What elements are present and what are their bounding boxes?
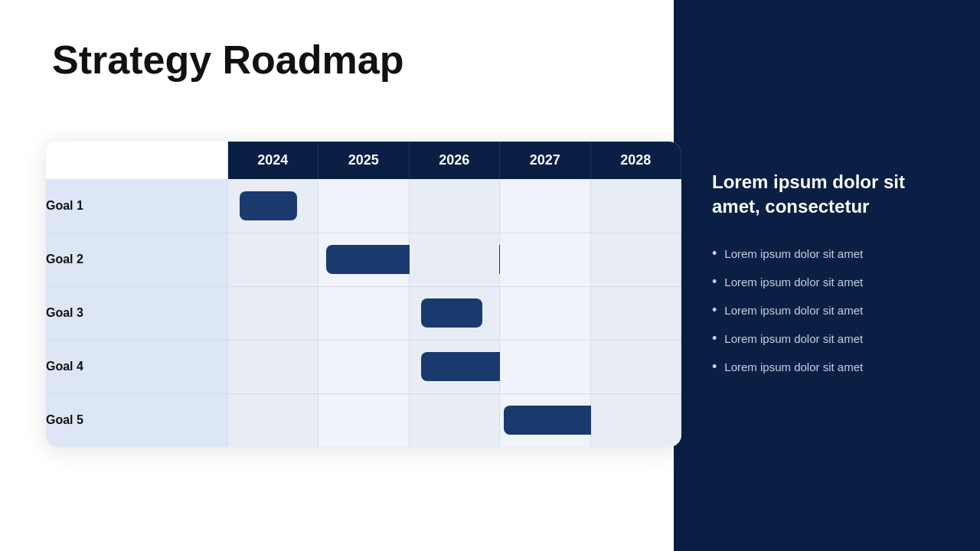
goal1-col2028 bbox=[590, 179, 681, 233]
year-2027: 2027 bbox=[500, 142, 591, 179]
gantt-bar-goal1 bbox=[240, 191, 297, 220]
goal-label: Goal 5 bbox=[46, 413, 83, 426]
year-2024: 2024 bbox=[227, 142, 318, 179]
goal4-col2025 bbox=[318, 340, 410, 393]
bullet-item: Lorem ipsum dolor sit amet bbox=[712, 324, 942, 353]
bullet-item: Lorem ipsum dolor sit amet bbox=[712, 268, 942, 296]
bullet-text: Lorem ipsum dolor sit amet bbox=[724, 332, 863, 345]
goal2-col2024 bbox=[227, 233, 318, 286]
goal3-col2024 bbox=[227, 286, 318, 340]
goal5-col2025 bbox=[318, 393, 410, 447]
goal-label-cell: Goal 1 bbox=[46, 179, 227, 233]
goal2-col2028 bbox=[590, 233, 681, 286]
goal2-col2025 bbox=[318, 233, 410, 286]
right-panel: Lorem ipsum dolor sit amet, consectetur … bbox=[674, 0, 980, 551]
page-title: Strategy Roadmap bbox=[52, 36, 403, 83]
sidebar-heading: Lorem ipsum dolor sit amet, consectetur bbox=[712, 170, 942, 217]
goal4-col2028 bbox=[590, 340, 681, 393]
goal4-col2027 bbox=[500, 340, 591, 393]
table-row: Goal 2 bbox=[46, 233, 681, 286]
goal-label-cell: Goal 4 bbox=[46, 340, 227, 393]
goal3-col2026 bbox=[409, 286, 500, 340]
goal-label-cell: Goal 5 bbox=[46, 393, 227, 447]
year-2026: 2026 bbox=[409, 142, 500, 179]
goal5-col2024 bbox=[227, 393, 318, 447]
table-row: Goal 1 bbox=[46, 179, 681, 233]
goal3-col2025 bbox=[318, 286, 410, 340]
table-row: Goal 4 bbox=[46, 340, 681, 393]
goal1-col2025 bbox=[318, 179, 410, 233]
goal-label-cell: Goal 3 bbox=[46, 286, 227, 340]
bullet-text: Lorem ipsum dolor sit amet bbox=[724, 304, 863, 317]
goal3-col2027 bbox=[500, 286, 591, 340]
bullet-item: Lorem ipsum dolor sit amet bbox=[712, 240, 942, 268]
goal-label: Goal 2 bbox=[46, 253, 83, 266]
year-2025: 2025 bbox=[318, 142, 410, 179]
goal2-col2026 bbox=[409, 233, 500, 286]
roadmap-card: 2024 2025 2026 2027 2028 Goal 1 bbox=[46, 142, 681, 447]
goal1-col2024 bbox=[227, 179, 318, 233]
gantt-table: 2024 2025 2026 2027 2028 Goal 1 bbox=[46, 142, 681, 447]
goal2-col2027 bbox=[500, 233, 591, 286]
table-row: Goal 3 bbox=[46, 286, 681, 340]
table-row: Goal 5 bbox=[46, 393, 681, 447]
goal5-col2027 bbox=[500, 393, 591, 447]
goal3-col2028 bbox=[590, 286, 681, 340]
goal-label: Goal 1 bbox=[46, 199, 83, 212]
bullet-text: Lorem ipsum dolor sit amet bbox=[724, 247, 863, 260]
bullet-item: Lorem ipsum dolor sit amet bbox=[712, 296, 942, 324]
bullet-text: Lorem ipsum dolor sit amet bbox=[724, 276, 863, 289]
goal1-col2027 bbox=[500, 179, 591, 233]
goal5-col2028 bbox=[590, 393, 681, 447]
table-header-empty bbox=[46, 142, 227, 179]
bullet-text: Lorem ipsum dolor sit amet bbox=[724, 360, 863, 373]
goal-label: Goal 4 bbox=[46, 360, 83, 373]
goal1-col2026 bbox=[409, 179, 500, 233]
goal4-col2024 bbox=[227, 340, 318, 393]
goal4-col2026 bbox=[409, 340, 500, 393]
bullet-list: Lorem ipsum dolor sit amet Lorem ipsum d… bbox=[712, 240, 942, 381]
year-2028: 2028 bbox=[590, 142, 681, 179]
left-panel: Strategy Roadmap 2024 2025 2026 2027 202… bbox=[0, 0, 674, 551]
goal5-col2026 bbox=[409, 393, 500, 447]
gantt-bar-goal3 bbox=[421, 298, 482, 328]
goal-label: Goal 3 bbox=[46, 306, 83, 319]
goal-label-cell: Goal 2 bbox=[46, 233, 227, 286]
bullet-item: Lorem ipsum dolor sit amet bbox=[712, 353, 942, 381]
